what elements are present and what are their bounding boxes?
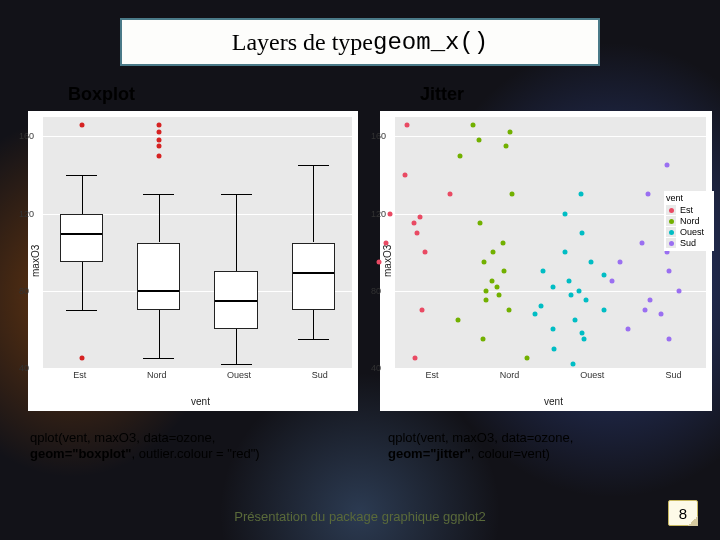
gridline <box>43 368 352 369</box>
data-point <box>563 211 568 216</box>
data-point <box>626 327 631 332</box>
data-point <box>562 250 567 255</box>
legend-label: Est <box>680 205 693 215</box>
plot-inner: 4080120160 EstNordOuestSud vent <box>395 111 712 411</box>
box <box>214 271 257 329</box>
data-point <box>552 346 557 351</box>
outlier-point <box>79 122 84 127</box>
x-tick-label: Est <box>426 370 439 380</box>
data-point <box>482 259 487 264</box>
whisker <box>313 165 314 242</box>
legend-item: Est <box>666 205 712 215</box>
data-point <box>609 279 614 284</box>
data-point <box>412 221 417 226</box>
data-point <box>496 292 501 297</box>
x-tick-label: Sud <box>312 370 328 380</box>
y-tick-label: 160 <box>371 131 386 141</box>
data-point <box>551 327 556 332</box>
gridline <box>395 291 706 292</box>
median-line <box>293 272 334 274</box>
data-point <box>376 259 381 264</box>
median-line <box>215 300 256 302</box>
column-boxplot: Boxplot maxO3 4080120160 EstNordOuestSud… <box>28 82 358 411</box>
data-point <box>476 138 481 143</box>
data-point <box>602 273 607 278</box>
median-line <box>61 233 102 235</box>
legend-swatch <box>666 216 676 226</box>
data-point <box>676 288 681 293</box>
whisker-cap <box>221 194 252 195</box>
outlier-point <box>156 143 161 148</box>
caption-jitter: qplot(vent, maxO3, data=ozone, geom="jit… <box>388 430 688 463</box>
data-point <box>491 250 496 255</box>
boxplot-panel: 4080120160 <box>43 117 352 368</box>
data-point <box>646 192 651 197</box>
whisker-cap <box>221 364 252 365</box>
whisker-cap <box>298 339 329 340</box>
x-tick-label: Nord <box>147 370 167 380</box>
y-tick-label: 160 <box>19 131 34 141</box>
data-point <box>415 230 420 235</box>
plot-inner: 4080120160 EstNordOuestSud vent <box>43 111 358 411</box>
data-point <box>500 240 505 245</box>
x-tick-label: Sud <box>665 370 681 380</box>
gridline <box>395 368 706 369</box>
data-point <box>617 259 622 264</box>
caption-bold: geom="jitter" <box>388 446 471 461</box>
median-line <box>138 290 179 292</box>
data-point <box>471 122 476 127</box>
slide-title: Layers de type geom_x() <box>120 18 600 66</box>
legend-title: vent <box>666 193 712 203</box>
y-tick-label: 120 <box>371 209 386 219</box>
caption-rest: , colour=vent) <box>471 446 550 461</box>
outlier-point <box>79 356 84 361</box>
data-point <box>567 279 572 284</box>
data-point <box>501 269 506 274</box>
data-point <box>506 308 511 313</box>
data-point <box>457 153 462 158</box>
legend: vent EstNordOuestSud <box>664 191 714 251</box>
data-point <box>647 298 652 303</box>
whisker-cap <box>66 175 97 176</box>
outlier-point <box>156 122 161 127</box>
y-tick-label: 40 <box>371 363 381 373</box>
x-tick-label: Nord <box>500 370 520 380</box>
caption-line1: qplot(vent, maxO3, data=ozone, <box>30 430 215 445</box>
y-axis-label: maxO3 <box>380 111 395 411</box>
data-point <box>403 172 408 177</box>
gridline <box>395 136 706 137</box>
data-point <box>494 284 499 289</box>
data-point <box>580 230 585 235</box>
x-axis-label: vent <box>43 396 358 411</box>
data-point <box>383 240 388 245</box>
whisker-cap <box>66 310 97 311</box>
data-point <box>570 362 575 367</box>
data-point <box>413 356 418 361</box>
x-axis-ticks: EstNordOuestSud <box>395 368 712 396</box>
jitter-panel: 4080120160 <box>395 117 706 368</box>
data-point <box>579 331 584 336</box>
data-point <box>509 192 514 197</box>
legend-item: Nord <box>666 216 712 226</box>
whisker-cap <box>298 165 329 166</box>
data-point <box>639 240 644 245</box>
title-text-mono: geom_x() <box>373 29 488 56</box>
data-point <box>405 122 410 127</box>
box <box>60 214 103 262</box>
page-number: 8 <box>668 500 698 526</box>
data-point <box>420 308 425 313</box>
data-point <box>667 337 672 342</box>
data-point <box>489 279 494 284</box>
whisker <box>313 310 314 339</box>
legend-item: Ouest <box>666 227 712 237</box>
outlier-point <box>156 153 161 158</box>
legend-swatch <box>666 205 676 215</box>
outlier-point <box>156 130 161 135</box>
whisker <box>159 194 160 242</box>
legend-item: Sud <box>666 238 712 248</box>
data-point <box>484 298 489 303</box>
data-point <box>541 269 546 274</box>
data-point <box>481 337 486 342</box>
data-point <box>579 192 584 197</box>
data-point <box>588 259 593 264</box>
